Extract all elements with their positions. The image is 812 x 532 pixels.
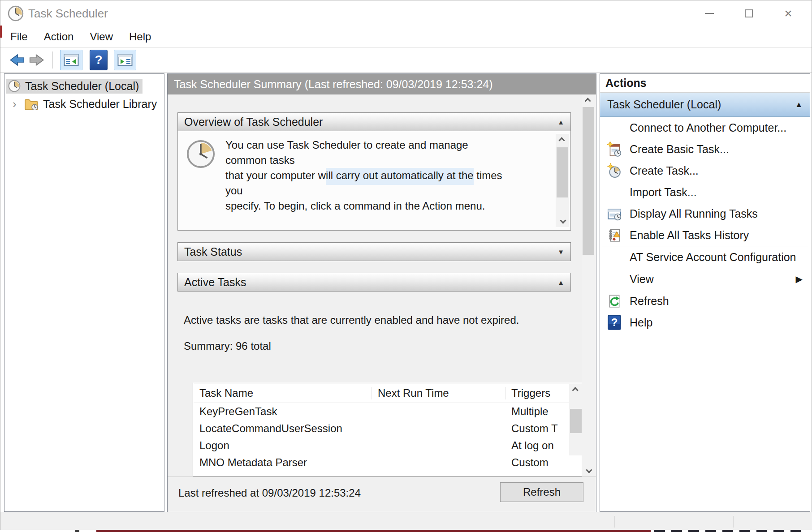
scroll-up-button[interactable] bbox=[569, 384, 583, 395]
menu-action[interactable]: Action bbox=[36, 30, 82, 43]
collapse-arrow-icon[interactable]: ▲ bbox=[557, 118, 564, 126]
scroll-down-button[interactable] bbox=[582, 465, 595, 476]
active-tasks-table: Task Name Next Run Time Triggers KeyPreG… bbox=[193, 383, 583, 476]
action-label: Import Task... bbox=[630, 186, 697, 199]
cell-task-name: Logon bbox=[193, 439, 371, 452]
scroll-down-button[interactable] bbox=[556, 215, 569, 227]
scrollbar-thumb[interactable] bbox=[557, 147, 568, 197]
table-header-row: Task Name Next Run Time Triggers bbox=[193, 383, 583, 403]
toolbar-help-button[interactable]: ? bbox=[90, 50, 108, 70]
menu-help[interactable]: Help bbox=[121, 30, 159, 43]
active-tasks-title: Active Tasks bbox=[184, 276, 246, 289]
task-scheduler-window: Task Scheduler × File Action View Help bbox=[0, 0, 812, 530]
refresh-icon bbox=[607, 293, 622, 309]
actions-group-label: Task Scheduler (Local) bbox=[607, 98, 721, 111]
display-running-tasks-icon bbox=[607, 206, 622, 221]
table-row[interactable]: MNO Metadata Parser Custom bbox=[193, 454, 583, 471]
action-label: View bbox=[630, 273, 654, 286]
collapse-arrow-icon[interactable]: ▲ bbox=[557, 279, 564, 286]
action-create-basic-task[interactable]: Create Basic Task... bbox=[600, 138, 810, 160]
overview-body: You can use Task Scheduler to create and… bbox=[177, 131, 571, 231]
action-connect-to-another-computer[interactable]: Connect to Another Computer... bbox=[600, 117, 810, 138]
folder-clock-icon bbox=[24, 98, 39, 110]
collapse-arrow-icon[interactable]: ▲ bbox=[795, 100, 803, 109]
title-bar: Task Scheduler × bbox=[0, 0, 812, 26]
action-enable-all-tasks-history[interactable]: Enable All Tasks History bbox=[600, 224, 810, 246]
refresh-button[interactable]: Refresh bbox=[500, 482, 583, 502]
actions-panel: Actions Task Scheduler (Local) ▲ Connect… bbox=[600, 73, 810, 512]
menu-file[interactable]: File bbox=[0, 30, 36, 43]
column-task-name[interactable]: Task Name bbox=[193, 387, 371, 399]
toolbar-separator bbox=[52, 51, 53, 69]
table-row[interactable]: KeyPreGenTask Multiple bbox=[193, 403, 583, 420]
action-display-all-running-tasks[interactable]: Display All Running Tasks bbox=[600, 203, 810, 224]
actions-group-task-scheduler-local[interactable]: Task Scheduler (Local) ▲ bbox=[600, 93, 810, 117]
back-button[interactable] bbox=[6, 50, 26, 70]
overview-section-header[interactable]: Overview of Task Scheduler ▲ bbox=[177, 112, 571, 131]
svg-text:?: ? bbox=[611, 316, 618, 328]
status-separator bbox=[733, 516, 734, 528]
scroll-up-button[interactable] bbox=[556, 134, 569, 146]
help-icon: ? bbox=[607, 315, 622, 330]
forward-button[interactable] bbox=[28, 50, 48, 70]
minimize-icon bbox=[705, 13, 714, 14]
close-button[interactable]: × bbox=[769, 0, 808, 26]
expander-chevron-icon[interactable]: › bbox=[13, 97, 24, 111]
table-row[interactable]: Logon At log on bbox=[193, 437, 583, 454]
toolbar: ? bbox=[0, 47, 812, 73]
window-controls: × bbox=[690, 0, 808, 26]
action-label: Connect to Another Computer... bbox=[630, 121, 786, 134]
scrollbar-thumb[interactable] bbox=[570, 409, 582, 433]
tree-item-task-scheduler-library[interactable]: › Task Scheduler Library bbox=[4, 95, 164, 112]
action-import-task[interactable]: Import Task... bbox=[600, 181, 810, 203]
question-mark-icon: ? bbox=[95, 53, 102, 67]
summary-panel: Task Scheduler Summary (Last refreshed: … bbox=[167, 73, 596, 512]
scroll-up-button[interactable] bbox=[582, 94, 595, 106]
back-arrow-icon bbox=[6, 53, 26, 67]
menu-view[interactable]: View bbox=[82, 30, 121, 43]
table-row[interactable]: LocateCommandUserSession Custom T bbox=[193, 420, 583, 437]
action-label: Refresh bbox=[630, 295, 669, 308]
overview-text: You can use Task Scheduler to create and… bbox=[225, 137, 512, 231]
maximize-button[interactable] bbox=[729, 0, 769, 26]
chevron-up-icon bbox=[585, 98, 591, 104]
background-window-edge bbox=[0, 530, 812, 532]
tree-root-label: Task Scheduler (Local) bbox=[25, 80, 139, 93]
show-console-tree-button[interactable] bbox=[60, 50, 82, 70]
action-label: Display All Running Tasks bbox=[630, 207, 758, 220]
console-tree-icon bbox=[64, 54, 79, 66]
overview-clock-icon bbox=[186, 139, 216, 169]
task-status-header[interactable]: Task Status ▼ bbox=[177, 242, 571, 261]
action-create-task[interactable]: Create Task... bbox=[600, 160, 810, 181]
action-help[interactable]: ? Help bbox=[600, 312, 810, 333]
show-action-pane-button[interactable] bbox=[114, 50, 136, 70]
background-window-red-bar bbox=[96, 530, 651, 532]
action-refresh[interactable]: Refresh bbox=[600, 290, 810, 312]
scrollbar-thumb[interactable] bbox=[583, 107, 594, 255]
active-tasks-header[interactable]: Active Tasks ▲ bbox=[177, 273, 571, 292]
forward-arrow-icon bbox=[28, 53, 48, 67]
cell-task-name: LocateCommandUserSession bbox=[193, 422, 371, 435]
action-label: Create Task... bbox=[630, 164, 699, 177]
tree-item-task-scheduler-local[interactable]: Task Scheduler (Local) bbox=[4, 77, 164, 94]
overview-p1-line1: You can use Task Scheduler to create and… bbox=[225, 137, 512, 168]
table-scrollbar[interactable] bbox=[569, 384, 583, 455]
action-pane-icon bbox=[117, 54, 133, 66]
column-next-run-time[interactable]: Next Run Time bbox=[371, 387, 506, 399]
active-tasks-summary: Summary: 96 total bbox=[184, 340, 271, 352]
action-label: Create Basic Task... bbox=[630, 143, 729, 156]
task-status-section: Task Status ▼ bbox=[177, 242, 571, 261]
task-scheduler-clock-icon bbox=[8, 5, 24, 21]
background-window-clipped-text bbox=[654, 530, 807, 532]
action-view[interactable]: View ▶ bbox=[600, 268, 810, 290]
chevron-down-icon bbox=[560, 218, 566, 224]
status-bar bbox=[0, 512, 812, 530]
action-label: Help bbox=[630, 316, 652, 329]
overview-scrollbar[interactable] bbox=[556, 134, 569, 227]
overview-p1-line3: specify. To begin, click a command in th… bbox=[225, 198, 512, 214]
minimize-button[interactable] bbox=[690, 0, 729, 26]
summary-scrollbar[interactable] bbox=[582, 94, 595, 476]
close-icon: × bbox=[784, 7, 792, 20]
action-at-service-account-configuration[interactable]: AT Service Account Configuration bbox=[600, 246, 810, 268]
expand-arrow-icon[interactable]: ▼ bbox=[557, 248, 564, 256]
